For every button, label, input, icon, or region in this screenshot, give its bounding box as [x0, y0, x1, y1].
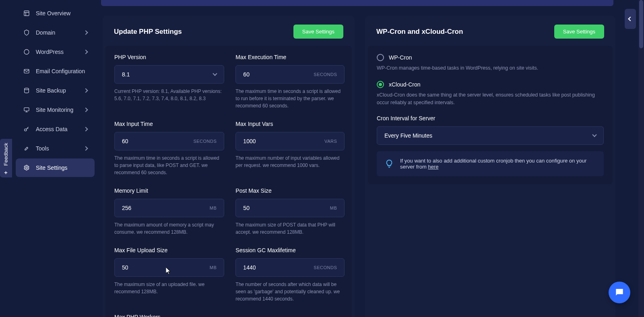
svg-point-1 [24, 49, 29, 54]
tools-icon [23, 145, 30, 152]
field-session: Session GC Maxlifetime SECONDS The numbe… [235, 247, 345, 303]
sidebar-item-label: Tools [36, 145, 84, 152]
label: Post Max Size [235, 187, 345, 194]
sidebar-item-label: Domain [36, 29, 84, 36]
post-max-input[interactable] [243, 205, 330, 211]
max-input-time-input[interactable] [122, 138, 193, 144]
suffix: MB [210, 265, 217, 270]
suffix: SECONDS [193, 139, 217, 144]
sidebar-item-access[interactable]: Access Data [16, 120, 95, 138]
main-content: Update PHP Settings Save Settings PHP Ve… [95, 0, 620, 317]
help-text: Current PHP version: 8.1, Available PHP … [114, 88, 224, 102]
radio-desc: WP-Cron manages time-based tasks in Word… [377, 64, 604, 72]
chat-button[interactable] [609, 282, 630, 303]
sidebar-item-wordpress[interactable]: WordPress [16, 43, 95, 61]
radio-desc: xCloud-Cron does the same thing at the s… [377, 91, 604, 107]
sidebar-item-label: Site Settings [36, 165, 87, 171]
help-text: The maximum size of POST data that PHP w… [235, 221, 345, 236]
suffix: SECONDS [314, 265, 337, 270]
label: Max Input Vars [235, 121, 345, 127]
sidebar-item-label: Site Overview [36, 10, 87, 16]
help-text: The maximum size of an uploaded file. we… [114, 281, 224, 295]
save-cron-button[interactable]: Save Settings [554, 25, 604, 39]
field-php-version: PHP Version 8.1 Current PHP version: 8.1… [114, 54, 224, 109]
svg-rect-0 [24, 11, 29, 16]
sidebar-item-email[interactable]: Email Configuration [16, 62, 95, 80]
memory-input[interactable] [122, 205, 210, 211]
field-max-input-vars: Max Input Vars VARS The maximum number o… [235, 121, 345, 176]
chevron-right-icon [83, 146, 88, 150]
select-value: Every Five Minutes [384, 132, 432, 139]
session-input[interactable] [243, 264, 314, 271]
php-settings-card: Update PHP Settings Save Settings PHP Ve… [103, 16, 355, 317]
radio-xcloud-cron[interactable]: xCloud-Cron [377, 81, 604, 88]
sidebar-item-monitoring[interactable]: Site Monitoring [16, 101, 95, 119]
lightbulb-icon [385, 159, 394, 168]
field-workers: Max PHP Workers WORKERS The number of PH… [114, 314, 224, 317]
chevron-right-icon [83, 127, 88, 131]
sidebar: Site Overview Domain WordPress Email Con… [16, 0, 95, 317]
top-banner [101, 0, 613, 6]
gear-icon [23, 164, 30, 171]
suffix: MB [210, 206, 217, 210]
help-text: The maximum number of input variables al… [235, 154, 345, 169]
php-version-select[interactable]: 8.1 [114, 65, 224, 84]
chevron-down-icon [592, 133, 597, 137]
cron-interval-select[interactable]: Every Five Minutes [377, 126, 604, 145]
chevron-right-icon [83, 88, 88, 93]
field-max-input-time: Max Input Time SECONDS The maximum time … [114, 121, 224, 176]
label: PHP Version [114, 54, 224, 60]
suffix: SECONDS [314, 72, 337, 77]
sidebar-item-backup[interactable]: Site Backup [16, 81, 95, 100]
wordpress-icon [23, 48, 30, 56]
radio-icon [377, 81, 384, 88]
sidebar-item-label: Email Configuration [36, 68, 87, 74]
database-icon [23, 87, 30, 94]
max-input-vars-input[interactable] [243, 138, 324, 144]
sidebar-item-domain[interactable]: Domain [16, 23, 95, 42]
scrollbar-thumb[interactable] [639, 0, 643, 48]
save-php-button[interactable]: Save Settings [293, 25, 343, 39]
help-text: The maximum time in seconds a script is … [114, 154, 224, 176]
info-link[interactable]: here [428, 164, 438, 170]
feedback-tab[interactable]: ＋ Feedback [0, 139, 12, 177]
select-value: 8.1 [122, 71, 130, 78]
label: Max File Upload Size [114, 247, 224, 253]
chevron-right-icon [83, 107, 88, 112]
radio-label: xCloud-Cron [389, 81, 421, 88]
label: Max Execution Time [235, 54, 345, 60]
field-memory: Memory Limit MB The maximum amount of me… [114, 187, 224, 236]
info-text: If you want to also add additional custo… [400, 158, 596, 170]
sidebar-item-label: Site Monitoring [36, 107, 84, 113]
shield-icon [23, 29, 30, 36]
plus-icon: ＋ [2, 168, 10, 173]
help-text: The number of seconds after which data w… [235, 281, 345, 303]
mail-icon [23, 68, 30, 75]
collapse-panel-button[interactable] [625, 9, 636, 29]
key-icon [23, 126, 30, 133]
cron-info-box: If you want to also add additional custo… [377, 151, 604, 176]
card-title: Update PHP Settings [114, 28, 182, 36]
label: Max PHP Workers [114, 314, 224, 317]
label: Session GC Maxlifetime [235, 247, 345, 253]
suffix: MB [330, 206, 337, 210]
sidebar-item-site-settings[interactable]: Site Settings [16, 158, 95, 177]
max-exec-input[interactable] [243, 71, 314, 78]
field-upload: Max File Upload Size MB The maximum size… [114, 247, 224, 303]
interval-label: Cron Interval for Server [377, 115, 604, 121]
sidebar-item-site-overview[interactable]: Site Overview [16, 4, 95, 23]
chevron-down-icon [213, 71, 217, 76]
sidebar-item-label: Site Backup [36, 87, 84, 94]
sidebar-item-label: Access Data [36, 126, 84, 132]
upload-input[interactable] [122, 264, 210, 271]
radio-wp-cron[interactable]: WP-Cron [377, 54, 604, 61]
sidebar-item-tools[interactable]: Tools [16, 139, 95, 158]
label: Max Input Time [114, 121, 224, 127]
suffix: VARS [324, 139, 337, 144]
label: Memory Limit [114, 187, 224, 194]
svg-point-3 [25, 88, 29, 90]
field-max-exec: Max Execution Time SECONDS The maximum t… [235, 54, 345, 109]
scrollbar-track[interactable] [638, 0, 644, 317]
field-post-max: Post Max Size MB The maximum size of POS… [235, 187, 345, 236]
chat-icon [614, 287, 625, 298]
